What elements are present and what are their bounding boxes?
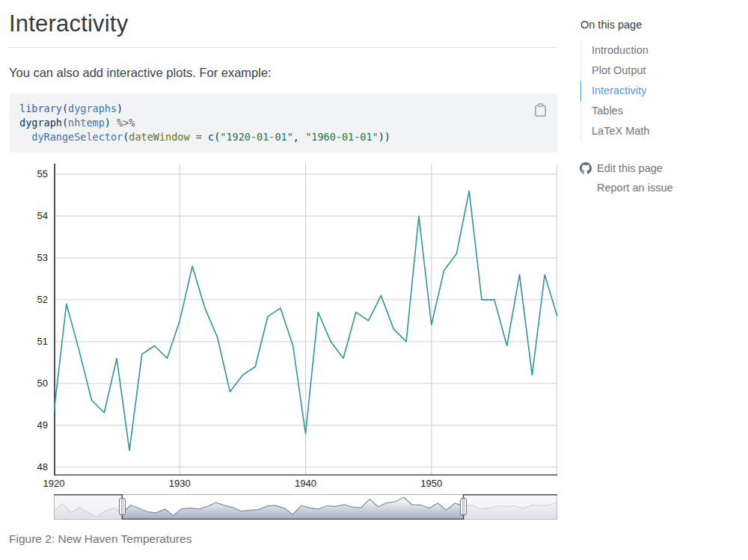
range-handle-left[interactable] <box>119 498 126 515</box>
range-handle-right[interactable] <box>460 498 467 515</box>
page-title: Interactivity <box>9 10 557 48</box>
dim-left <box>54 494 122 520</box>
code-block: library(dygraphs)dygraph(nhtemp) %>% dyR… <box>9 93 557 153</box>
documentation-page: Interactivity You can also add interacti… <box>0 0 748 560</box>
toc-item-introduction: Introduction <box>581 40 741 61</box>
x-tick-label: 1930 <box>157 477 202 490</box>
code-line: dygraph(nhtemp) %>% <box>19 116 547 130</box>
y-tick-label: 55 <box>9 167 48 181</box>
y-tick-label: 53 <box>9 251 48 265</box>
edit-this-page-link[interactable]: Edit this page <box>597 162 663 174</box>
toc-heading: On this page <box>580 19 741 31</box>
toc-actions: Edit this page Report an issue <box>580 161 741 195</box>
toc-link[interactable]: Plot Output <box>580 61 741 81</box>
x-tick-label: 1950 <box>409 477 454 490</box>
x-tick-label: 1920 <box>31 477 76 490</box>
main-content: Interactivity You can also add interacti… <box>9 0 557 550</box>
toc-item-plot-output: Plot Output <box>581 61 741 81</box>
intro-paragraph: You can also add interactive plots. For … <box>9 65 557 81</box>
y-tick-label: 51 <box>9 335 48 348</box>
y-axis-labels: 4849505152535455 <box>9 164 49 476</box>
dim-right <box>464 494 558 520</box>
toc-link[interactable]: Tables <box>580 101 741 121</box>
y-tick-label: 52 <box>9 293 48 307</box>
report-an-issue[interactable]: Report an issue <box>580 181 741 195</box>
copy-code-button[interactable] <box>533 102 548 119</box>
code-content[interactable]: library(dygraphs)dygraph(nhtemp) %>% dyR… <box>19 102 547 144</box>
dygraph-plot[interactable] <box>54 164 557 476</box>
edit-this-page[interactable]: Edit this page <box>580 161 741 176</box>
y-tick-label: 49 <box>9 419 48 432</box>
code-line: dyRangeSelector(dateWindow = c("1920-01-… <box>19 130 547 144</box>
report-an-issue-link[interactable]: Report an issue <box>597 182 673 194</box>
toc-sidebar: On this page IntroductionPlot OutputInte… <box>580 19 741 200</box>
toc-link[interactable]: Introduction <box>580 40 741 61</box>
y-tick-label: 50 <box>9 377 48 390</box>
toc-item-latex-math: LaTeX Math <box>581 121 741 141</box>
temperature-chart[interactable]: 4849505152535455 1920193019401950 Figure… <box>9 164 557 550</box>
range-selector[interactable] <box>54 494 557 520</box>
toc-item-interactivity: Interactivity <box>581 81 741 101</box>
y-tick-label: 48 <box>9 461 48 474</box>
toc-item-tables: Tables <box>581 101 741 121</box>
toc-link[interactable]: Interactivity <box>580 81 741 101</box>
y-tick-label: 54 <box>9 209 48 223</box>
code-line: library(dygraphs) <box>19 102 547 116</box>
toc-link[interactable]: LaTeX Math <box>580 121 741 141</box>
x-tick-label: 1940 <box>283 477 328 490</box>
github-icon <box>580 162 592 178</box>
figure-caption: Figure 2: New Haven Temperatures <box>9 532 191 546</box>
x-axis-labels: 1920193019401950 <box>9 477 557 490</box>
clipboard-icon <box>534 108 547 120</box>
toc-list: IntroductionPlot OutputInteractivityTabl… <box>580 40 741 141</box>
